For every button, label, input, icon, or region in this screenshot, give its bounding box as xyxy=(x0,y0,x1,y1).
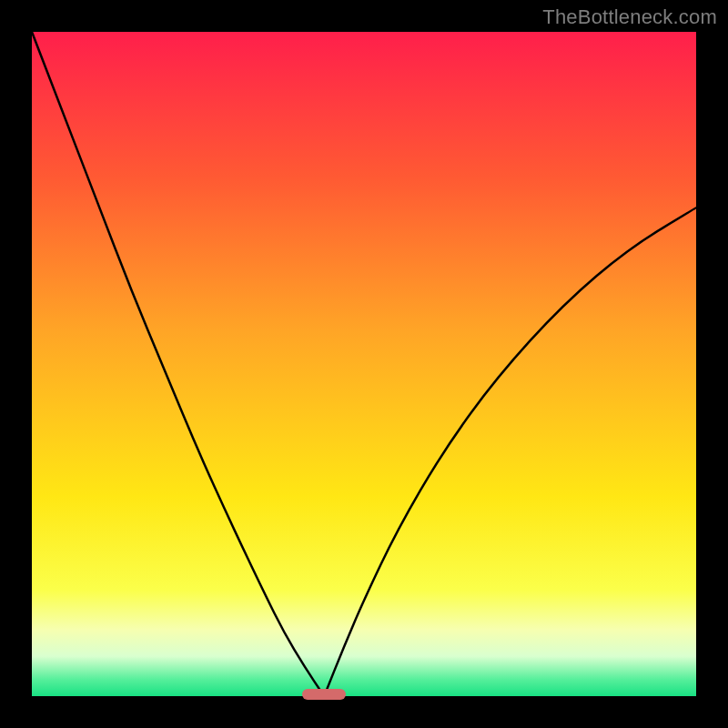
curve-right-branch xyxy=(324,207,696,696)
watermark-text: TheBottleneck.com xyxy=(542,5,717,29)
curve-left-branch xyxy=(32,32,324,696)
optimal-marker xyxy=(302,689,345,700)
chart-frame: TheBottleneck.com xyxy=(0,0,728,728)
curve-layer xyxy=(32,32,696,696)
